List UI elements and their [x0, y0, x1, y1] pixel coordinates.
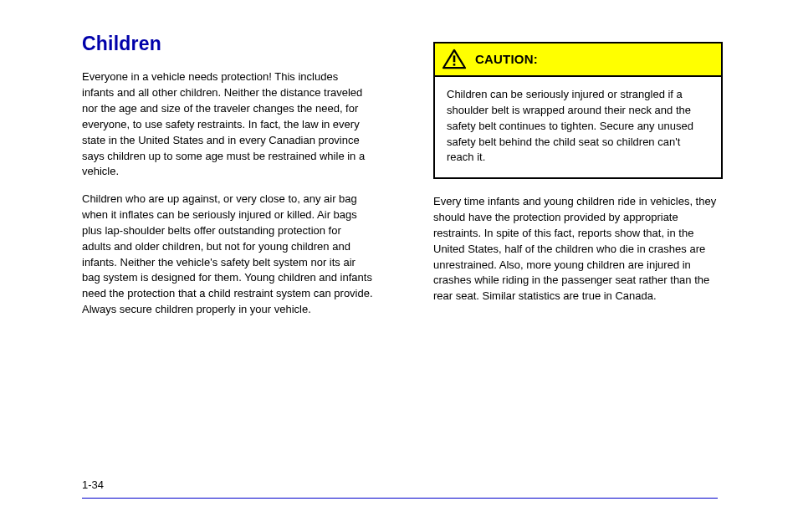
paragraph: Every time infants and young children ri… — [433, 194, 723, 304]
warning-triangle-icon — [442, 49, 467, 70]
right-column: CAUTION: Children can be seriously injur… — [433, 30, 723, 316]
left-column: Children Everyone in a vehicle needs pro… — [82, 30, 373, 330]
page-footer-rule — [82, 498, 718, 499]
caution-box: CAUTION: Children can be seriously injur… — [433, 42, 723, 179]
caution-title: CAUTION: — [475, 50, 538, 69]
paragraph: Everyone in a vehicle needs protection! … — [82, 69, 373, 180]
svg-rect-1 — [453, 55, 456, 62]
caution-body: Children can be seriously injured or str… — [435, 77, 721, 177]
document-page: Children Everyone in a vehicle needs pro… — [82, 30, 719, 499]
section-heading: Children — [82, 30, 373, 58]
page-number: 1-34 — [82, 478, 104, 494]
svg-rect-2 — [453, 64, 456, 66]
caution-header: CAUTION: — [435, 43, 721, 77]
paragraph: Children who are up against, or very clo… — [82, 192, 373, 318]
